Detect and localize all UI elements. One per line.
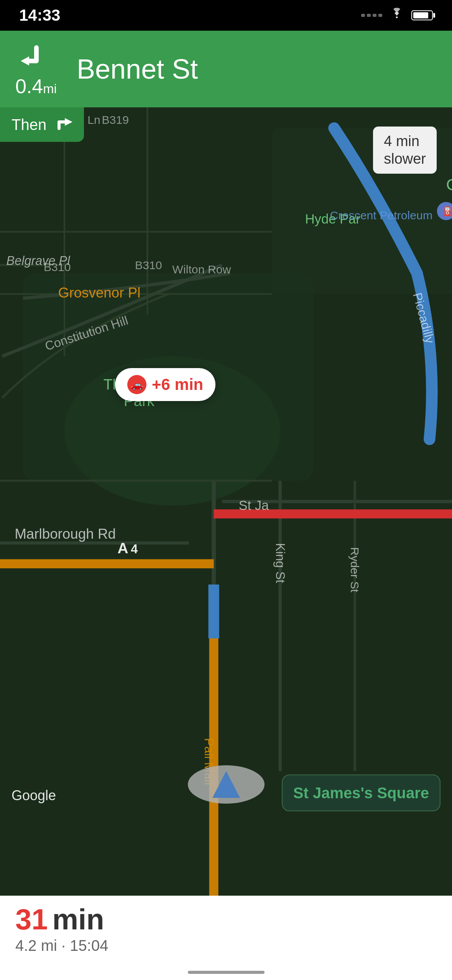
nav-arrow-triangle-icon xyxy=(212,771,240,798)
signal-dots-icon xyxy=(361,14,382,17)
eta-arrival-time: 15:04 xyxy=(70,937,108,954)
svg-text:Ryder St: Ryder St xyxy=(348,547,361,592)
eta-separator: · xyxy=(61,937,70,954)
svg-text:⛽: ⛽ xyxy=(443,206,452,217)
delay-badge[interactable]: 🚗 +6 min xyxy=(115,368,215,401)
status-time: 14:33 xyxy=(19,6,60,25)
st-james-square-text: St James's Square xyxy=(293,784,429,801)
battery-icon xyxy=(411,10,433,20)
turn-info: 0.4mi xyxy=(15,42,65,96)
google-logo: Google xyxy=(12,788,56,804)
svg-text:4: 4 xyxy=(131,542,138,556)
svg-text:B319: B319 xyxy=(102,113,129,126)
svg-text:King St: King St xyxy=(273,543,287,583)
eta-distance: 4.2 mi xyxy=(15,937,57,954)
delay-time: +6 min xyxy=(152,375,203,394)
svg-marker-0 xyxy=(21,56,29,66)
status-bar: 14:33 xyxy=(0,0,452,31)
eta-minutes: 31 xyxy=(15,905,48,934)
slower-bubble: 4 min slower xyxy=(373,127,437,174)
slower-label: slower xyxy=(384,150,426,168)
street-name: Bennet St xyxy=(77,55,198,83)
delay-car-icon: 🚗 xyxy=(127,375,146,394)
eta-min-label: min xyxy=(53,905,104,934)
wifi-icon xyxy=(389,7,404,23)
then-panel: Then xyxy=(0,107,84,142)
svg-text:Grosvenor Pl: Grosvenor Pl xyxy=(58,285,141,301)
turn-arrow-icon xyxy=(15,42,50,76)
svg-text:A: A xyxy=(118,540,128,556)
svg-text:B310: B310 xyxy=(44,261,71,273)
st-james-square-label: St James's Square xyxy=(282,774,440,811)
then-turn-arrow-icon xyxy=(53,115,72,134)
then-label: Then xyxy=(12,116,46,133)
distance-unit: mi xyxy=(43,81,57,96)
svg-marker-1 xyxy=(65,118,72,126)
svg-text:Crescent Petroleum: Crescent Petroleum xyxy=(330,209,433,222)
svg-text:St Ja: St Ja xyxy=(239,498,270,513)
map-area: A 4 Belgrave Pl B310 B310 B319 Logan Ln … xyxy=(0,107,452,896)
eta-details: 4.2 mi · 15:04 xyxy=(15,937,437,954)
nav-arrow-oval xyxy=(188,765,265,804)
svg-text:City: City xyxy=(446,175,452,194)
map-canvas: A 4 Belgrave Pl B310 B310 B319 Logan Ln … xyxy=(0,107,452,896)
bottom-panel: 31 min 4.2 mi · 15:04 xyxy=(0,896,452,980)
slower-time: 4 min xyxy=(384,133,426,150)
navigation-arrow xyxy=(188,765,265,804)
nav-header: 0.4mi Bennet St xyxy=(0,31,452,107)
status-icons xyxy=(361,7,433,23)
home-indicator xyxy=(188,971,265,974)
svg-text:Wilton Row: Wilton Row xyxy=(172,263,231,276)
distance-display: 0.4mi xyxy=(15,76,57,96)
svg-text:Marlborough Rd: Marlborough Rd xyxy=(15,526,116,542)
distance-number: 0.4 xyxy=(15,75,43,97)
svg-text:B310: B310 xyxy=(135,259,162,271)
